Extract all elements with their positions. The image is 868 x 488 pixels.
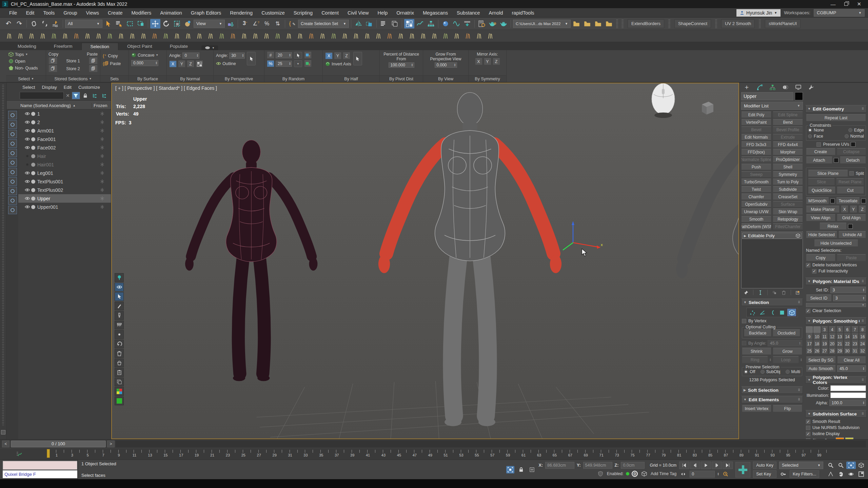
display-shapes-icon[interactable] xyxy=(8,120,17,129)
scene-object-row[interactable]: Face001 xyxy=(18,135,111,143)
zoom-icon[interactable] xyxy=(826,462,835,469)
percent-snap-icon[interactable]: % xyxy=(262,19,272,28)
ornatrix-tool-icon[interactable] xyxy=(38,31,48,41)
modifier-button-pathdeform-wsm[interactable]: PathDeform (WSM xyxy=(741,223,771,230)
menu-customize[interactable]: Customize xyxy=(257,10,289,16)
ornatrix-tool-icon[interactable] xyxy=(407,31,417,41)
random-percent-spinner[interactable]: 25▲▼ xyxy=(276,61,292,67)
new-folder-icon[interactable] xyxy=(582,19,592,28)
smooth-result-checkbox[interactable]: ✓Smooth Result xyxy=(806,419,866,424)
panel-title[interactable]: By View xyxy=(423,75,468,82)
frozen-toggle-icon[interactable] xyxy=(93,154,111,158)
random-percent-button[interactable]: % xyxy=(267,60,274,67)
select-and-move-icon[interactable] xyxy=(150,19,160,28)
ornatrix-tool-icon[interactable] xyxy=(440,31,451,41)
render-setup-icon[interactable] xyxy=(451,19,461,28)
select-id-button[interactable]: Select ID xyxy=(806,294,832,302)
panel-title[interactable]: Stored Selections▼ xyxy=(46,75,100,82)
border-mode-icon[interactable] xyxy=(768,309,776,316)
frozen-toggle-icon[interactable] xyxy=(93,120,111,124)
view-align-button[interactable]: View Align xyxy=(806,214,835,221)
object-name[interactable]: Hair xyxy=(37,154,93,159)
project-folder-gear-icon[interactable] xyxy=(571,19,581,28)
ornatrix-tool-icon[interactable] xyxy=(284,31,294,41)
random-count-button[interactable]: # xyxy=(267,52,274,59)
menu-civil-view[interactable]: Civil View xyxy=(343,10,373,16)
sets-copy-button[interactable]: {⁺Copy xyxy=(103,53,121,58)
schematic-view-icon[interactable] xyxy=(426,19,436,28)
menu-animation[interactable]: Animation xyxy=(156,10,186,16)
edit-geometry-header[interactable]: ▼Edit Geometry⠿ xyxy=(805,105,867,113)
track-bar[interactable]: 0123456789101112131415161718192021222324… xyxy=(0,448,868,460)
mini-curve-editor-icon[interactable] xyxy=(16,451,22,457)
perspective-viewport[interactable]: [ + ] [ Perspective ] [ Standard* ] [ Ed… xyxy=(111,83,739,439)
ornatrix-tool-icon[interactable] xyxy=(105,31,115,41)
ornatrix-tool-icon[interactable] xyxy=(172,31,182,41)
selection-lock-icon[interactable] xyxy=(517,466,525,473)
smoothing-group-22[interactable]: 22 xyxy=(844,341,851,347)
spinner-snap-icon[interactable]: ⇅ xyxy=(273,19,283,28)
smoothing-group-29[interactable]: 29 xyxy=(836,348,843,354)
pin-icon[interactable] xyxy=(115,273,124,282)
eye-icon[interactable] xyxy=(24,187,31,192)
normal-grid-button[interactable] xyxy=(196,61,203,67)
ornatrix-tool-icon[interactable] xyxy=(340,31,350,41)
layer-list-icon[interactable] xyxy=(390,19,400,28)
vertex-colors-header[interactable]: ▼Polygon: Vertex Colors⠿ xyxy=(805,376,867,384)
constraint-face-radio[interactable]: Face xyxy=(808,134,823,139)
normal-axis-x-button[interactable]: X xyxy=(169,61,177,67)
smoothing-group-11[interactable]: 11 xyxy=(821,333,828,340)
scene-object-row[interactable]: Upper xyxy=(18,194,111,203)
orbit-icon[interactable] xyxy=(846,470,856,478)
model-body-selected-arms[interactable] xyxy=(378,93,561,426)
panel-title[interactable]: By Surface xyxy=(129,75,166,82)
store1-paste-button[interactable]: 🗐 xyxy=(89,58,98,64)
material-editor-icon[interactable] xyxy=(440,19,451,28)
store2-paste-button[interactable]: 🗐 xyxy=(89,65,98,72)
ornatrix-tool-icon[interactable] xyxy=(250,31,260,41)
color-palette-icon[interactable] xyxy=(115,387,124,396)
constraint-none-radio[interactable]: None xyxy=(808,128,824,133)
tessellate-settings-icon[interactable] xyxy=(861,199,866,203)
store1-copy-button[interactable]: 🗍 xyxy=(48,58,57,64)
key-mode-icon[interactable] xyxy=(679,470,687,478)
scene-object-row[interactable]: TextPlus002 xyxy=(18,186,111,194)
tops-button[interactable]: Tops▼ xyxy=(8,52,38,57)
ornatrix-tool-icon[interactable] xyxy=(26,31,37,41)
y-coordinate-field[interactable]: 549.948cm xyxy=(583,462,612,469)
menu-content[interactable]: Content xyxy=(317,10,343,16)
smoothing-group-23[interactable]: 23 xyxy=(851,341,858,347)
menu-group[interactable]: Group xyxy=(59,10,81,16)
notification-count-badge[interactable]: 0 xyxy=(632,471,638,477)
current-frame-field[interactable]: 0 xyxy=(690,471,715,477)
show-end-result-icon[interactable] xyxy=(758,290,763,295)
render-iterative-icon[interactable] xyxy=(498,19,509,28)
comb-icon[interactable] xyxy=(115,321,124,329)
smoothing-group-14[interactable]: 14 xyxy=(844,333,851,340)
display-lights-icon[interactable] xyxy=(8,130,17,138)
display-images-icon[interactable] xyxy=(8,168,17,176)
menu-substance[interactable]: Substance xyxy=(452,10,485,16)
named-selection-set-dropdown[interactable]: Create Selection Set▼ xyxy=(298,20,349,28)
next-key-icon[interactable] xyxy=(712,462,722,469)
viewport-label[interactable]: [ + ] [ Perspective ] [ Standard* ] [ Ed… xyxy=(115,85,217,91)
object-name-field[interactable]: Upper xyxy=(741,92,793,100)
project-folder-dropdown[interactable]: C:\Users\JI...ds Max 2022▼ xyxy=(513,20,571,28)
frozen-toggle-icon[interactable] xyxy=(93,196,111,201)
preview-off-radio[interactable]: Off xyxy=(744,369,755,374)
smoothing-group-20[interactable]: 20 xyxy=(829,341,835,347)
outline-toggle[interactable]: Outline xyxy=(216,61,245,66)
make-unique-icon[interactable] xyxy=(772,290,777,295)
scene-object-row[interactable]: Upper001 xyxy=(18,203,111,211)
pin-stack-icon[interactable] xyxy=(744,290,748,295)
shrink-button[interactable]: Shrink xyxy=(742,348,771,355)
ornatrix-tool-icon[interactable] xyxy=(94,31,104,41)
ornatrix-tool-icon[interactable] xyxy=(161,31,171,41)
make-planar-button[interactable]: Make Planar xyxy=(806,206,840,213)
slice-plane-button[interactable]: Slice Plane xyxy=(808,170,848,177)
tab-modeling[interactable]: Modeling xyxy=(9,43,45,50)
ornatrix-tool-icon[interactable] xyxy=(429,31,439,41)
left-dock-grip[interactable] xyxy=(0,83,7,439)
detach-button[interactable]: Detach xyxy=(840,157,866,164)
key-selection-dropdown[interactable]: Selected▼ xyxy=(779,462,823,469)
